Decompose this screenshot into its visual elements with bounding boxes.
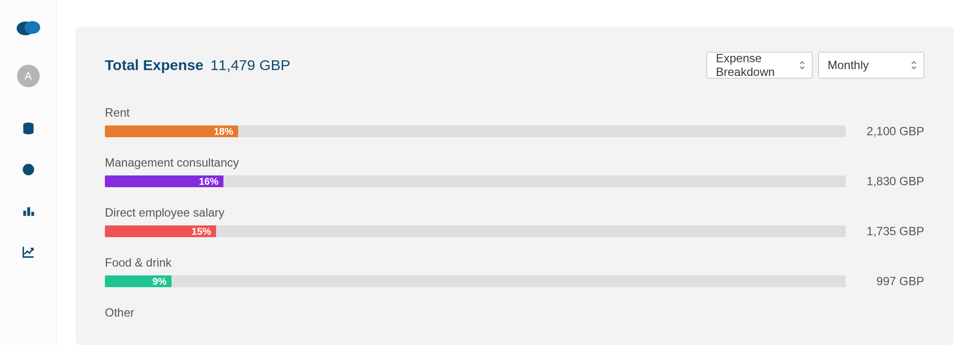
svg-rect-5 [31, 212, 34, 216]
svg-point-1 [24, 21, 40, 34]
expense-row-value: 2,100 GBP [865, 124, 924, 138]
main-content: Total Expense 11,479 GBP Expense Breakdo… [57, 0, 980, 345]
bar-track: 15% [105, 225, 846, 237]
bar-track: 9% [105, 275, 846, 287]
bar-pct-label: 18% [214, 126, 233, 137]
bar-fill: 15% [105, 225, 216, 237]
expense-row: Direct employee salary 15% 1,735 GBP [105, 206, 924, 238]
period-select[interactable]: Monthly [818, 52, 924, 78]
expense-row-label: Management consultancy [105, 156, 924, 170]
database-icon[interactable] [22, 122, 35, 135]
expense-row-bar-line: 9% 997 GBP [105, 274, 924, 288]
bar-pct-label: 15% [192, 226, 211, 237]
bar-track: 18% [105, 125, 846, 137]
expense-row-label: Food & drink [105, 256, 924, 270]
expense-row-bar-line: 16% 1,830 GBP [105, 174, 924, 188]
svg-rect-3 [23, 211, 26, 216]
bar-fill: 16% [105, 175, 223, 187]
expense-row-value: 997 GBP [865, 274, 924, 288]
expense-rows: Rent 18% 2,100 GBP Management consultanc… [105, 106, 924, 320]
breakdown-select[interactable]: Expense Breakdown [707, 52, 812, 78]
expense-row-bar-line: 15% 1,735 GBP [105, 224, 924, 238]
card-header: Total Expense 11,479 GBP Expense Breakdo… [105, 52, 924, 78]
avatar-letter: A [24, 70, 32, 82]
expense-row: Rent 18% 2,100 GBP [105, 106, 924, 138]
selector-group: Expense Breakdown Monthly [707, 52, 924, 78]
expense-row: Food & drink 9% 997 GBP [105, 256, 924, 288]
select-chevron-icon [911, 61, 917, 70]
pie-chart-icon[interactable] [22, 163, 35, 176]
bar-fill: 18% [105, 125, 238, 137]
bar-track: 16% [105, 175, 846, 187]
total-expense-value: 11,479 GBP [210, 57, 290, 74]
expense-row-value: 1,735 GBP [865, 224, 924, 238]
line-chart-icon[interactable] [22, 245, 35, 259]
app-logo[interactable] [15, 18, 42, 37]
title-block: Total Expense 11,479 GBP [105, 57, 291, 74]
page-title: Total Expense [105, 57, 203, 74]
expense-row: Other [105, 306, 924, 320]
bar-chart-icon[interactable] [22, 204, 35, 218]
expense-row: Management consultancy 16% 1,830 GBP [105, 156, 924, 188]
expense-row-bar-line: 18% 2,100 GBP [105, 124, 924, 138]
sidebar: A [0, 0, 57, 345]
select-chevron-icon [799, 61, 805, 70]
expense-row-value: 1,830 GBP [865, 174, 924, 188]
expense-row-label: Other [105, 306, 924, 320]
bar-pct-label: 16% [199, 176, 219, 187]
breakdown-select-value: Expense Breakdown [716, 51, 789, 79]
svg-rect-4 [27, 207, 30, 216]
bar-pct-label: 9% [152, 276, 167, 287]
period-select-value: Monthly [828, 58, 869, 72]
expense-row-label: Rent [105, 106, 924, 120]
expense-card: Total Expense 11,479 GBP Expense Breakdo… [75, 26, 954, 345]
bar-fill: 9% [105, 275, 172, 287]
avatar[interactable]: A [17, 65, 40, 87]
expense-row-label: Direct employee salary [105, 206, 924, 220]
